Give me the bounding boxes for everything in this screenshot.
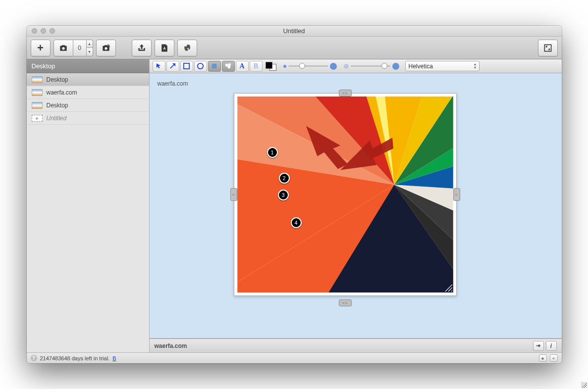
slider-thumb-icon[interactable] bbox=[299, 63, 305, 69]
marker-number: 4 bbox=[294, 220, 297, 226]
crop-handle-right[interactable]: = bbox=[453, 188, 460, 201]
stepper-up-icon[interactable]: ▲ bbox=[86, 40, 93, 48]
number-markers-icon bbox=[224, 62, 232, 70]
pointer-icon bbox=[155, 62, 162, 70]
status-bar: ? 2147483648 days left in trial. B ♠ « bbox=[27, 352, 562, 363]
canvas-footer-label: waerfa.com bbox=[155, 342, 187, 349]
filled-square-icon bbox=[211, 62, 218, 70]
pdf-export-button[interactable] bbox=[155, 40, 174, 56]
text-tool[interactable]: A bbox=[236, 61, 249, 72]
capture-delay-stepper[interactable]: ▲ ▼ bbox=[86, 40, 93, 56]
svg-rect-3 bbox=[184, 63, 189, 69]
titlebar: Untitled bbox=[27, 26, 562, 37]
bold-icon: B bbox=[254, 62, 258, 70]
sidebar-header: Desktop bbox=[27, 59, 149, 73]
main-toolbar: + 0 ▲ ▼ bbox=[27, 37, 562, 59]
fullscreen-icon bbox=[543, 43, 553, 53]
capture-group: 0 ▲ ▼ bbox=[53, 40, 93, 56]
camera-icon bbox=[58, 43, 68, 53]
add-button[interactable]: + bbox=[31, 40, 51, 56]
number-marker[interactable]: 1 bbox=[267, 147, 278, 158]
select-tool[interactable] bbox=[153, 61, 165, 72]
info-icon: i bbox=[550, 342, 552, 349]
size-max-icon bbox=[330, 63, 337, 70]
marker-number: 3 bbox=[281, 192, 284, 198]
next-button[interactable] bbox=[533, 341, 544, 351]
svg-rect-2 bbox=[544, 45, 551, 51]
number-marker-tool[interactable] bbox=[222, 61, 235, 72]
annotation-toolbar: A B Helvetica ▲▼ bbox=[150, 59, 562, 73]
sidebar-item-label: waerfa.com bbox=[47, 89, 77, 96]
sidebar-item-label: Untitled bbox=[47, 115, 67, 122]
font-select-label: Helvetica bbox=[409, 63, 433, 70]
arrow-right-icon bbox=[535, 342, 541, 349]
thumbnail-icon bbox=[32, 102, 43, 109]
rect-tool[interactable] bbox=[180, 61, 193, 72]
sidebar-item-label: Desktop bbox=[47, 76, 68, 83]
buy-link[interactable]: B bbox=[112, 355, 116, 361]
crop-handle-bottom[interactable]: == bbox=[339, 299, 352, 306]
bell-icon: ♠ bbox=[541, 356, 544, 361]
capture-button[interactable] bbox=[53, 40, 73, 56]
marker-number: 2 bbox=[282, 175, 285, 181]
bold-tool[interactable]: B bbox=[250, 61, 263, 72]
evernote-export-button[interactable] bbox=[177, 40, 197, 56]
refresh-capture-button[interactable] bbox=[96, 40, 116, 56]
notifications-button[interactable]: ♠ bbox=[539, 354, 547, 362]
fullscreen-button[interactable] bbox=[538, 40, 558, 56]
svg-point-0 bbox=[62, 47, 64, 49]
thumbnail-icon bbox=[32, 89, 43, 96]
window-title: Untitled bbox=[27, 27, 562, 35]
capture-delay-value: 0 bbox=[73, 40, 86, 56]
main-area: A B Helvetica ▲▼ bbox=[150, 59, 562, 352]
evernote-icon bbox=[182, 43, 192, 53]
help-icon[interactable]: ? bbox=[31, 355, 37, 361]
arrow-tool[interactable] bbox=[166, 61, 179, 72]
foreground-swatch-icon bbox=[266, 62, 272, 69]
collapse-button[interactable]: « bbox=[550, 354, 558, 362]
crop-handle-left[interactable]: = bbox=[230, 188, 237, 201]
captured-image bbox=[237, 97, 453, 292]
share-icon bbox=[137, 43, 147, 53]
number-marker[interactable]: 3 bbox=[278, 190, 289, 200]
blank-thumbnail-icon: + bbox=[32, 115, 43, 122]
stepper-down-icon[interactable]: ▼ bbox=[86, 48, 93, 56]
svg-point-6 bbox=[225, 64, 228, 67]
thumbnail-icon bbox=[32, 76, 43, 83]
sidebar-item[interactable]: Desktop bbox=[27, 99, 149, 112]
plus-icon: + bbox=[37, 42, 44, 54]
font-select[interactable]: Helvetica ▲▼ bbox=[405, 61, 480, 71]
color-swatches[interactable] bbox=[266, 62, 277, 71]
chevrons-icon: « bbox=[552, 356, 555, 361]
sidebar-item[interactable]: + Untitled bbox=[27, 112, 149, 125]
sidebar-list: Desktop waerfa.com Desktop + Untitled bbox=[27, 73, 149, 352]
number-marker[interactable]: 4 bbox=[291, 217, 302, 228]
fill-rect-tool[interactable] bbox=[208, 61, 221, 72]
text-icon: A bbox=[239, 62, 244, 70]
pdf-icon bbox=[160, 43, 169, 53]
share-button[interactable] bbox=[132, 40, 152, 56]
number-marker[interactable]: 2 bbox=[279, 173, 290, 184]
sidebar-item-label: Desktop bbox=[47, 102, 68, 109]
opacity-track[interactable] bbox=[351, 65, 390, 67]
svg-rect-5 bbox=[212, 64, 216, 68]
slider-thumb-icon[interactable] bbox=[381, 63, 387, 69]
opacity-max-icon bbox=[392, 63, 399, 70]
size-slider[interactable] bbox=[283, 63, 337, 70]
sidebar: Desktop Desktop waerfa.com Desktop + Unt… bbox=[27, 59, 150, 352]
ellipse-tool[interactable] bbox=[194, 61, 207, 72]
select-arrows-icon: ▲▼ bbox=[474, 62, 477, 69]
size-min-icon bbox=[283, 65, 286, 68]
svg-point-4 bbox=[198, 63, 203, 69]
canvas-caption: waerfa.com bbox=[158, 80, 188, 87]
canvas[interactable]: waerfa.com bbox=[150, 73, 562, 339]
marker-number: 1 bbox=[270, 149, 273, 155]
sidebar-item[interactable]: waerfa.com bbox=[27, 86, 149, 99]
sidebar-item[interactable]: Desktop bbox=[27, 73, 149, 86]
svg-point-8 bbox=[228, 63, 231, 66]
size-track[interactable] bbox=[288, 65, 328, 67]
info-button[interactable]: i bbox=[546, 341, 557, 351]
image-frame[interactable]: 1 2 3 4 == == = = bbox=[234, 93, 457, 296]
crop-handle-top[interactable]: == bbox=[339, 90, 352, 97]
opacity-slider[interactable] bbox=[344, 63, 399, 70]
